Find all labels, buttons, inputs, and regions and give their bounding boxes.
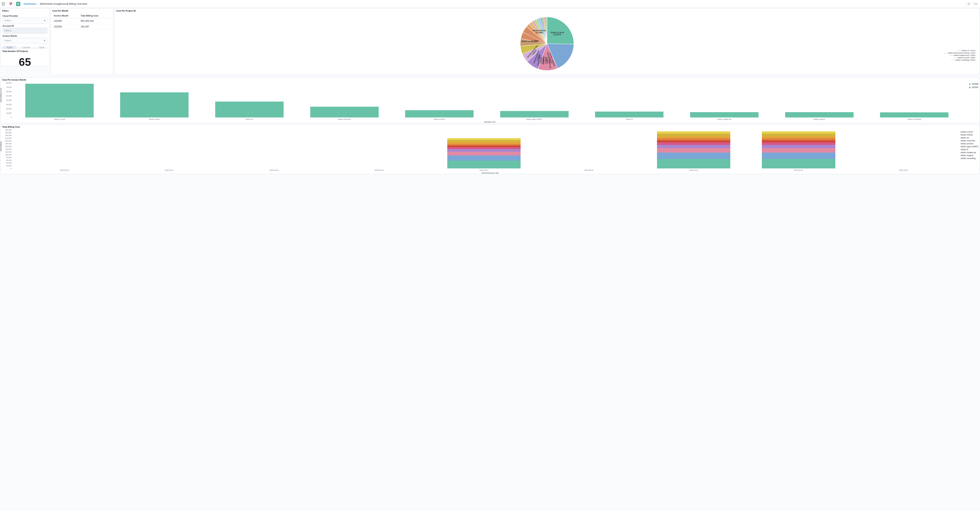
stack-seg-elastic-support[interactable] (447, 140, 521, 142)
x-label: 2020-08-27 (431, 169, 536, 171)
cell-total: 164.387 (80, 24, 111, 30)
space-selector[interactable]: D (16, 2, 21, 6)
stack-seg-elastic-sa[interactable] (657, 148, 730, 153)
stack-seg-elastic-images-qa[interactable] (447, 142, 521, 144)
stack-seg-elastic-infosec[interactable] (447, 156, 521, 161)
stack-seg-elastic-support[interactable] (762, 134, 835, 136)
bar-elastic-sa[interactable] (215, 102, 283, 118)
breadcrumb-current: [Metricbeat Googlecloud] Billing Overvie… (40, 2, 87, 5)
legend-item[interactable]: elastic-images-qa (959, 151, 978, 154)
mail-icon[interactable] (973, 1, 978, 7)
stack-seg-elastic-bi[interactable] (657, 138, 730, 140)
elastic-logo-icon[interactable] (8, 2, 13, 6)
legend-item[interactable]: elastic-consulting (959, 157, 978, 159)
bar-elastic-ci-prod[interactable] (25, 84, 94, 118)
bar-elastic-support[interactable] (785, 112, 854, 118)
stack-col-2020-08-31[interactable] (657, 131, 730, 169)
stack-seg-elastic-ci-prod[interactable] (657, 159, 730, 169)
stack-seg-elastic-bi[interactable] (447, 144, 521, 145)
stack-seg-elastic-bi[interactable] (762, 138, 835, 140)
stack-seg-elastic-images-qa[interactable] (657, 137, 730, 138)
stacked-chart[interactable]: Total Billing 020,00040,00060,00080,0001… (1, 129, 979, 174)
stack-seg-elastic-ci-prod[interactable] (762, 159, 835, 169)
stack-col-2020-09-01[interactable] (762, 131, 835, 169)
legend-item[interactable]: elastic-cloud-dev (959, 140, 978, 142)
stack-seg-elastic-apps-163815[interactable] (762, 140, 835, 142)
menu-toggle-icon[interactable] (2, 3, 5, 5)
y-tick: 20,000 (6, 165, 11, 167)
legend-item[interactable]: elastic-product (959, 143, 978, 145)
stacked-x-title: @timestamp per day (1, 172, 979, 174)
stack-seg-elastic-images-qa[interactable] (762, 137, 835, 138)
cloud-provider-select[interactable]: Select... (3, 18, 47, 24)
y-tick: 30,000 (6, 103, 11, 105)
stack-seg-elastic-sa[interactable] (447, 152, 521, 155)
y-tick: 40,000 (6, 162, 11, 164)
account-id-select[interactable]: Select... (3, 28, 47, 33)
cost-per-project-pie[interactable]: elastic-ci-prod25.267%elastic-infosec18.… (115, 13, 979, 75)
stack-seg-elastic-product[interactable] (762, 143, 835, 145)
y-tick: 20,000 (6, 108, 11, 110)
x-label: 2020-08-19 (12, 169, 117, 171)
stack-col-2020-08-27[interactable] (447, 138, 521, 169)
pie-label: elastic-sa 12.026% (521, 40, 539, 42)
svg-point-4 (969, 3, 969, 4)
top-grid: Filters Cloud Provider Select... Account… (0, 8, 980, 77)
bar-elastic-consulting[interactable] (880, 112, 948, 118)
bar-elastic-apps-163815[interactable] (500, 111, 569, 118)
legend-item[interactable]: elastic-apps-163815 (959, 145, 978, 148)
bar-y-title: Total Billing Cost (0, 88, 2, 102)
stack-seg-elastic-apps-163815[interactable] (657, 140, 730, 142)
bar-elastic-product[interactable] (405, 110, 474, 118)
legend-item[interactable]: 202008 (969, 83, 978, 85)
table-row[interactable]: 202009 164.387 (53, 24, 111, 30)
stack-seg-elastic-sa[interactable] (762, 148, 835, 153)
x-label: elastic-cloud-dev (297, 118, 392, 120)
pie-slice-elastic-ci-prod[interactable] (547, 17, 574, 44)
invoice-month-select[interactable]: Select... (3, 38, 47, 43)
x-label: 2020-08-31 (641, 169, 746, 171)
stack-seg-elastic-product[interactable] (657, 143, 730, 145)
y-tick: 40,000 (6, 99, 11, 101)
stack-seg-elastic-consulting[interactable] (762, 131, 835, 134)
legend-item[interactable]: 202009 (969, 86, 978, 88)
cost-per-invoice-month-panel: Cost Per Invoice Month ⋯ Total Billing C… (0, 77, 980, 123)
x-label: elastic-apps-163815 (487, 118, 582, 120)
stack-seg-elastic-cloud-dev[interactable] (762, 145, 835, 148)
legend-item[interactable]: elastic-ci-prod (959, 131, 978, 133)
bar-elastic-infosec[interactable] (120, 92, 189, 118)
y-tick: 200,000 (5, 140, 11, 142)
th-invoice-month[interactable]: Invoice Month (53, 14, 80, 18)
x-label: elastic-support (772, 118, 867, 120)
legend-item[interactable]: elastic-bi (959, 148, 978, 151)
table-row[interactable]: 202008 962,400.044 (53, 18, 111, 24)
cost-per-month-table: Invoice Month Total Billing Cost 202008 … (53, 14, 111, 30)
stack-seg-elastic-consulting[interactable] (447, 138, 521, 140)
bar-elastic-images-qa[interactable] (690, 112, 759, 118)
legend-item[interactable]: elastic-support (959, 154, 978, 156)
y-tick: 60,000 (6, 91, 11, 92)
stack-seg-elastic-ci-prod[interactable] (447, 161, 521, 169)
topbar: D Dashboard / [Metricbeat Googlecloud] B… (0, 0, 980, 8)
stack-seg-elastic-product[interactable] (447, 147, 521, 149)
stack-seg-elastic-cloud-dev[interactable] (657, 145, 730, 148)
stack-seg-elastic-apps-163815[interactable] (447, 145, 521, 147)
help-icon[interactable] (966, 1, 971, 7)
stack-seg-elastic-consulting[interactable] (657, 131, 730, 134)
y-tick: 280,000 (5, 129, 11, 131)
pie-side-label: elastic-performance-testing 1.331% (943, 52, 975, 54)
stack-seg-elastic-infosec[interactable] (762, 153, 835, 159)
pie-side-label: elastic-ml 1.327% (957, 49, 975, 52)
breadcrumb-dashboard[interactable]: Dashboard (24, 2, 36, 5)
stack-seg-elastic-cloud-dev[interactable] (447, 149, 521, 152)
bar-chart[interactable]: ⋯ Total Billing Cost 010,00020,00030,000… (1, 82, 979, 123)
stack-seg-elastic-infosec[interactable] (657, 153, 730, 159)
legend-item[interactable]: elastic-sa (959, 137, 978, 139)
cost-per-invoice-month-title: Cost Per Invoice Month (1, 78, 979, 82)
cost-per-month-title: Cost Per Month (51, 8, 113, 13)
stack-seg-elastic-support[interactable] (657, 134, 730, 136)
bar-elastic-bi[interactable] (595, 111, 663, 118)
bar-elastic-cloud-dev[interactable] (310, 107, 379, 118)
th-total-billing[interactable]: Total Billing Cost (80, 14, 111, 18)
legend-item[interactable]: elastic-infosec (959, 134, 978, 136)
